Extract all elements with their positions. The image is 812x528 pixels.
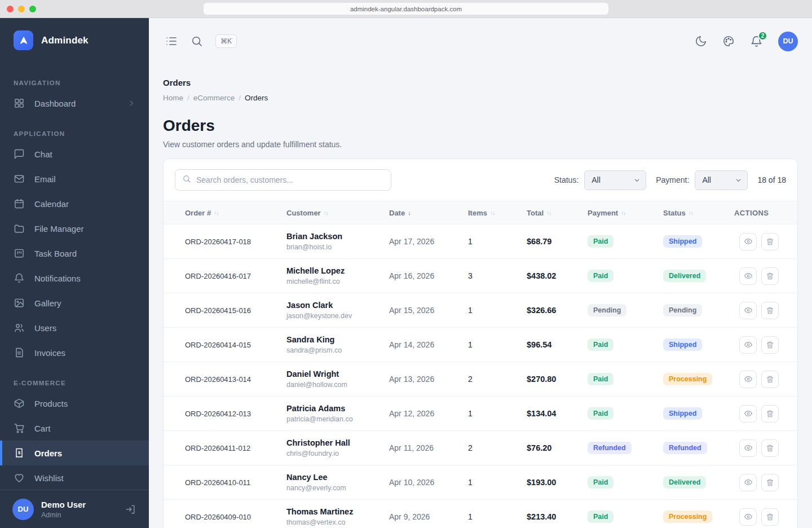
address-bar[interactable]: admindek-angular.dashboardpack.com xyxy=(204,3,608,15)
view-order-button[interactable] xyxy=(739,439,757,457)
table-row[interactable]: ORD-20260412-013 Patricia Adams patricia… xyxy=(164,397,797,431)
view-order-button[interactable] xyxy=(739,267,757,285)
customer-name: Sandra King xyxy=(286,335,389,344)
dark-mode-toggle-icon[interactable] xyxy=(695,35,707,47)
order-id: ORD-20260416-017 xyxy=(177,272,286,280)
chevron-down-icon xyxy=(735,177,742,183)
payment-badge: Paid xyxy=(588,407,614,420)
sidebar-item-task-board[interactable]: Task Board xyxy=(0,241,149,266)
delete-order-button[interactable] xyxy=(761,267,779,285)
page-title: Orders xyxy=(163,117,798,135)
status-filter-label: Status: xyxy=(554,175,579,184)
payment-badge: Paid xyxy=(588,270,614,283)
column-header-customer[interactable]: Customer↑↓ xyxy=(286,209,389,217)
view-order-button[interactable] xyxy=(739,474,757,491)
view-order-button[interactable] xyxy=(739,508,757,526)
theme-palette-icon[interactable] xyxy=(722,35,735,47)
delete-order-button[interactable] xyxy=(761,302,779,319)
view-order-button[interactable] xyxy=(739,336,757,354)
sidebar-item-email[interactable]: Email xyxy=(0,166,149,191)
logout-icon[interactable] xyxy=(125,504,136,515)
delete-order-button[interactable] xyxy=(761,474,779,491)
keyboard-shortcut-badge: ⌘K xyxy=(215,34,237,48)
sort-icon: ↑↓ xyxy=(621,210,625,216)
close-window-button[interactable] xyxy=(7,6,14,12)
delete-order-button[interactable] xyxy=(761,508,779,526)
table-row[interactable]: ORD-20260410-011 Nancy Lee nancy@everly.… xyxy=(164,465,797,500)
column-header-payment[interactable]: Payment↑↓ xyxy=(588,209,663,217)
user-avatar: DU xyxy=(12,499,34,520)
customer-email: daniel@hollow.com xyxy=(286,381,389,389)
table-row[interactable]: ORD-20260409-010 Thomas Martinez thomas@… xyxy=(164,500,797,528)
sidebar-item-dashboard[interactable]: Dashboard xyxy=(0,91,149,116)
search-icon[interactable] xyxy=(191,35,203,47)
status-badge: Delivered xyxy=(663,476,706,489)
view-order-button[interactable] xyxy=(739,371,757,388)
delete-order-button[interactable] xyxy=(761,371,779,388)
payment-badge: Paid xyxy=(588,373,614,386)
delete-order-button[interactable] xyxy=(761,233,779,250)
user-name: Demo User xyxy=(41,500,86,509)
payment-filter-select[interactable]: All xyxy=(695,170,748,190)
delete-order-button[interactable] xyxy=(761,336,779,354)
sidebar-item-gallery[interactable]: Gallery xyxy=(0,291,149,315)
view-order-button[interactable] xyxy=(739,405,757,423)
order-id: ORD-20260410-011 xyxy=(177,478,286,487)
order-date: Apr 16, 2026 xyxy=(389,271,468,280)
order-items: 1 xyxy=(468,306,527,315)
table-row[interactable]: ORD-20260413-014 Daniel Wright daniel@ho… xyxy=(164,362,797,397)
column-header-total[interactable]: Total↑↓ xyxy=(527,209,588,217)
table-row[interactable]: ORD-20260411-012 Christopher Hall chris@… xyxy=(164,431,797,465)
sidebar-item-orders[interactable]: $ Orders xyxy=(0,441,149,465)
column-header-order[interactable]: Order #↑↓ xyxy=(177,209,286,217)
column-header-date[interactable]: Date↓ xyxy=(389,209,468,217)
sidebar-item-notifications[interactable]: Notifications xyxy=(0,266,149,291)
sidebar-item-cart[interactable]: Cart xyxy=(0,416,149,441)
sidebar-item-wishlist[interactable]: Wishlist xyxy=(0,465,149,490)
minimize-window-button[interactable] xyxy=(18,6,25,12)
sidebar-item-products[interactable]: Products xyxy=(0,391,149,416)
sidebar-item-chat[interactable]: Chat xyxy=(0,142,149,166)
sort-icon: ↑↓ xyxy=(546,210,551,216)
zoom-window-button[interactable] xyxy=(29,6,36,12)
breadcrumb-home[interactable]: Home xyxy=(163,94,183,102)
nav-section-navigation: NAVIGATION xyxy=(0,80,149,86)
orders-search-input[interactable] xyxy=(196,175,384,184)
table-row[interactable]: ORD-20260415-016 Jason Clark jason@keyst… xyxy=(164,293,797,328)
image-icon xyxy=(14,297,25,309)
chat-icon xyxy=(14,148,25,160)
order-total: $96.54 xyxy=(527,340,588,349)
sidebar-item-users[interactable]: Users xyxy=(0,315,149,340)
table-row[interactable]: ORD-20260414-015 Sandra King sandra@pris… xyxy=(164,328,797,362)
payment-badge: Paid xyxy=(588,235,614,248)
column-header-status[interactable]: Status↑↓ xyxy=(663,209,734,217)
brand[interactable]: Admindek xyxy=(0,18,149,60)
column-header-items[interactable]: Items↑↓ xyxy=(468,209,527,217)
order-total: $213.40 xyxy=(527,512,588,521)
orders-search[interactable] xyxy=(175,169,391,191)
delete-order-button[interactable] xyxy=(761,439,779,457)
order-items: 1 xyxy=(468,340,527,349)
table-row[interactable]: ORD-20260416-017 Michelle Lopez michelle… xyxy=(164,259,797,293)
brand-name: Admindek xyxy=(41,35,89,46)
file-text-icon xyxy=(14,347,25,358)
menu-toggle-icon[interactable] xyxy=(165,34,178,48)
sidebar-item-invoices[interactable]: Invoices xyxy=(0,340,149,365)
view-order-button[interactable] xyxy=(739,233,757,250)
order-total: $438.02 xyxy=(527,271,588,280)
customer-name: Nancy Lee xyxy=(286,473,389,482)
cart-icon xyxy=(14,423,25,434)
breadcrumb-current: Orders xyxy=(245,94,268,102)
sidebar-item-file-manager[interactable]: File Manager xyxy=(0,216,149,241)
view-order-button[interactable] xyxy=(739,302,757,319)
status-filter-select[interactable]: All xyxy=(584,170,646,190)
order-items: 1 xyxy=(468,512,527,521)
profile-avatar[interactable]: DU xyxy=(778,32,798,51)
order-date: Apr 10, 2026 xyxy=(389,478,468,487)
payment-badge: Paid xyxy=(588,511,614,523)
breadcrumb-ecommerce[interactable]: eCommerce xyxy=(193,94,235,102)
table-row[interactable]: ORD-20260417-018 Brian Jackson brian@hoi… xyxy=(164,225,797,259)
customer-email: sandra@prism.co xyxy=(286,346,389,354)
sidebar-item-calendar[interactable]: Calendar xyxy=(0,191,149,216)
delete-order-button[interactable] xyxy=(761,405,779,423)
